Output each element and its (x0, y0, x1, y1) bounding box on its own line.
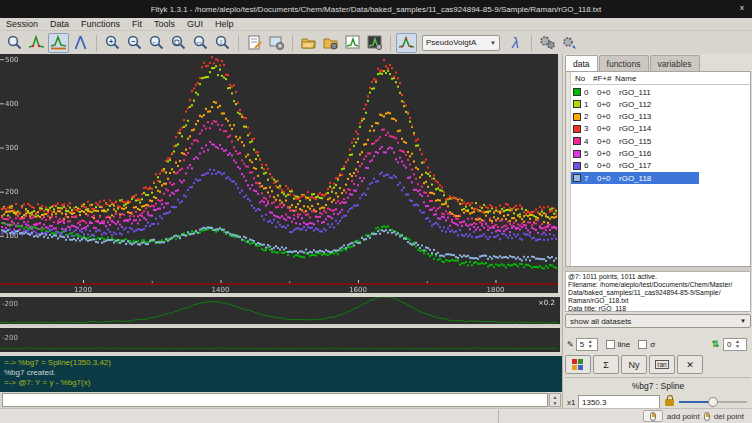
sigma-checkbox-label: σ (650, 340, 655, 349)
point-size-spinner[interactable]: 5 ▲▼ (576, 338, 598, 351)
param-label: x1 (565, 398, 578, 407)
auto-add-peak-button[interactable] (396, 33, 417, 53)
open-data-button[interactable] (298, 33, 319, 53)
mouse-hint-button[interactable] (643, 410, 663, 422)
dataset-row-rGO_116[interactable]: 50+0rGO_116 (571, 148, 750, 160)
mag-icon: + (104, 34, 121, 51)
dataset-row-rGO_115[interactable]: 40+0rGO_115 (571, 135, 750, 147)
toolbar-separator (96, 35, 97, 51)
param-input-x1[interactable]: 1350.3 (578, 395, 660, 409)
data-range-mode-button[interactable] (26, 33, 47, 53)
menu-session[interactable]: Session (6, 19, 38, 29)
chevron-down-icon: ▼ (740, 318, 746, 324)
tab-functions[interactable]: functions (599, 55, 649, 71)
plot-settings-button[interactable] (364, 33, 385, 53)
toolbar-separator (390, 35, 391, 51)
command-history-spinner[interactable]: ▲▼ (549, 393, 561, 407)
dataset-func-count: 0+0 (597, 100, 619, 109)
add-function-button[interactable]: λ (505, 33, 526, 53)
dataset-row-rGO_112[interactable]: 10+0rGO_112 (571, 98, 750, 110)
menu-help[interactable]: Help (215, 19, 234, 29)
dataset-row-rGO_113[interactable]: 20+0rGO_113 (571, 111, 750, 123)
aux-plot-1-canvas[interactable] (0, 297, 558, 324)
param-slider-x1[interactable] (679, 396, 747, 408)
lambda-icon: λ (507, 34, 524, 51)
dataset-color-swatch[interactable] (573, 162, 581, 170)
menu-data[interactable]: Data (50, 19, 69, 29)
menu-bar: SessionDataFunctionsFitToolsGUIHelp (0, 18, 752, 31)
dataset-color-swatch[interactable] (573, 88, 581, 96)
svg-text:λ: λ (511, 35, 519, 51)
menu-functions[interactable]: Functions (81, 19, 120, 29)
status-divider (498, 410, 499, 423)
menu-fit[interactable]: Fit (132, 19, 142, 29)
point-size-icon: ✎ (567, 340, 574, 349)
zoom-in-button[interactable]: + (102, 33, 123, 53)
dataset-row-rGO_117[interactable]: 60+0rGO_117 (571, 160, 750, 172)
fit-undo-button[interactable] (559, 33, 580, 53)
col-header-no: No (571, 74, 593, 83)
peak-type-dropdown[interactable]: PseudoVoigtA▼ (422, 35, 500, 51)
peak-type-value: PseudoVoigtA (426, 38, 476, 47)
tab-data[interactable]: data (565, 55, 598, 71)
dataset-no: 3 (584, 124, 597, 133)
dataset-row-rGO_118[interactable]: 70+0rGO_118 (571, 172, 699, 184)
normalize-y-button[interactable]: Ny (621, 355, 647, 374)
dataset-filter-dropdown[interactable]: show all datasets ▼ (565, 314, 751, 328)
dataset-color-swatch[interactable] (573, 174, 581, 182)
zoom-vertical-button[interactable]: ↕ (212, 33, 233, 53)
dataset-func-count: 0+0 (597, 174, 619, 183)
sidebar: datafunctionsvariables No #F+# Name 00+0… (562, 54, 752, 408)
zoom-mode-button[interactable] (4, 33, 25, 53)
view-colors-button[interactable] (565, 355, 591, 374)
dataset-func-count: 0+0 (597, 161, 619, 170)
menu-gui[interactable]: GUI (187, 19, 203, 29)
toolbar-separator (238, 35, 239, 51)
dataset-row-rGO_114[interactable]: 30+0rGO_114 (571, 123, 750, 135)
dataset-row-rGO_111[interactable]: 00+0rGO_111 (571, 86, 750, 98)
main-plot-canvas[interactable] (0, 54, 558, 293)
mag-icon: − (126, 34, 143, 51)
sigma-checkbox[interactable] (638, 340, 647, 349)
zoom-all-button[interactable]: ◻ (168, 33, 189, 53)
mag-icon: ↔ (192, 34, 209, 51)
dataset-color-swatch[interactable] (573, 125, 581, 133)
lock-icon[interactable] (665, 399, 674, 406)
dataset-color-swatch[interactable] (573, 137, 581, 145)
sum-datasets-button[interactable]: Σ (593, 355, 619, 374)
curve-icon (28, 34, 45, 51)
edit-script-button[interactable] (244, 33, 265, 53)
close-button[interactable]: x (740, 3, 744, 12)
zoom-out-button[interactable]: − (124, 33, 145, 53)
page-icon (246, 34, 263, 51)
main-plot[interactable] (0, 54, 560, 293)
execute-script-button[interactable] (320, 33, 341, 53)
add-peak-mode-button[interactable] (70, 33, 91, 53)
aux-plot-1[interactable] (0, 295, 560, 326)
tab-variables[interactable]: variables (650, 55, 700, 71)
rename-dataset-button[interactable]: ran (649, 355, 675, 374)
console-line: %bg7 created. (4, 368, 562, 378)
fitpeak-icon (398, 34, 415, 51)
aux-plot-2[interactable] (0, 328, 560, 352)
zoom-previous-button[interactable]: ← (146, 33, 167, 53)
baseline-mode-button[interactable] (48, 33, 69, 53)
gui-settings-button[interactable] (266, 33, 287, 53)
export-plot-button[interactable] (342, 33, 363, 53)
fit-run-button[interactable] (537, 33, 558, 53)
window-title: Fityk 1.3.1 - /home/aleplo/test/Document… (151, 5, 602, 14)
menu-tools[interactable]: Tools (154, 19, 175, 29)
aux-plot-2-canvas[interactable] (0, 328, 558, 352)
shift-spinner[interactable]: 0 ▲▼ (723, 338, 747, 351)
delete-dataset-button[interactable]: ✕ (677, 355, 703, 374)
line-checkbox[interactable] (606, 340, 615, 349)
dataset-color-swatch[interactable] (573, 150, 581, 158)
toolbar-separator (531, 35, 532, 51)
title-bar: Fityk 1.3.1 - /home/aleplo/test/Document… (0, 0, 752, 18)
dataset-func-count: 0+0 (597, 112, 619, 121)
command-input[interactable] (2, 393, 548, 407)
dataset-no: 5 (584, 149, 597, 158)
dataset-color-swatch[interactable] (573, 100, 581, 108)
zoom-horizontal-button[interactable]: ↔ (190, 33, 211, 53)
dataset-color-swatch[interactable] (573, 113, 581, 121)
